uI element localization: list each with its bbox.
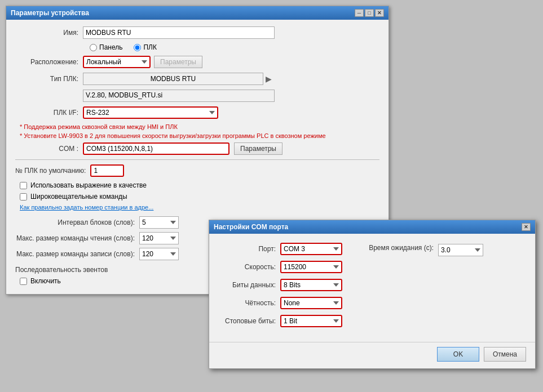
enable-checkbox[interactable] [20,278,27,285]
minimize-button[interactable]: ─ [355,9,364,17]
radio-group: Панель ПЛК [90,43,157,51]
note1: * Поддержка режима сквозной связи между … [20,123,379,130]
parity-label: Чётность: [218,299,280,307]
location-label: Расположение: [15,58,83,66]
com-controls: Параметры [83,142,282,155]
default-plc-input[interactable] [90,164,124,177]
checkbox-expr-label: Использовать выражение в качестве [30,181,147,189]
port-label: Порт: [218,245,280,253]
interval-select[interactable]: 5 10 20 [139,216,179,229]
plc-if-label: ПЛК I/F: [15,109,83,117]
name-row: Имя: [15,26,379,39]
plc-version-row: V.2.80, MODBUS_RTU.si [15,90,379,102]
parity-row: Чётность: None Even Odd [218,297,342,309]
stopbits-label: Стоповые биты: [218,317,280,325]
plc-type-input [83,73,263,85]
main-title-bar: Параметры устройства ─ □ ✕ [6,6,389,20]
radio-plc-input[interactable] [134,44,141,51]
databits-label: Биты данных: [218,281,280,289]
stopbits-row: Стоповые биты: 1 Bit 2 Bits [218,315,342,327]
plc-version-display: V.2.80, MODBUS_RTU.si [83,90,275,102]
checkbox-broad-row: Широковещательные команды [20,193,379,201]
plc-type-row: Тип ПЛК: ▶ [15,73,379,85]
checkbox-expr[interactable] [20,182,27,189]
checkbox-broad-label: Широковещательные команды [30,193,127,201]
com-params-button[interactable]: Параметры [234,142,282,155]
port-row: Порт: COM 1 COM 2 COM 3 COM 4 [218,243,342,255]
radio-plc[interactable]: ПЛК [134,43,157,51]
interval-label: Интервал блоков (слов): [15,219,139,226]
max-write-select[interactable]: 120 64 256 [139,248,179,260]
com-input[interactable] [83,142,229,155]
ok-button[interactable]: OK [437,347,479,362]
max-read-label: Макс. размер команды чтения (слов): [15,234,139,242]
databits-row: Биты данных: 7 Bits 8 Bits [218,279,342,291]
default-plc-label: № ПЛК по умолчанию: [15,167,90,175]
timeout-label: Время ожидания (с): [359,244,438,252]
max-read-select[interactable]: 120 64 256 [139,232,179,244]
default-plc-row: № ПЛК по умолчанию: [15,164,379,177]
checkbox-expr-row: Использовать выражение в качестве [20,181,379,189]
com-label: COM : [15,145,83,153]
plc-type-label: Тип ПЛК: [15,75,83,83]
com-dialog-title-bar: Настройки COM порта ✕ [209,220,535,234]
name-label: Имя: [15,29,83,37]
com-dialog-buttons: OK Отмена [209,342,535,368]
com-dialog-content: Порт: COM 1 COM 2 COM 3 COM 4 Скорость: … [209,234,535,342]
com-dialog-left: Порт: COM 1 COM 2 COM 3 COM 4 Скорость: … [218,243,342,333]
main-window-title: Параметры устройства [11,9,89,17]
checkbox-broad[interactable] [20,193,27,201]
maximize-button[interactable]: □ [365,9,374,17]
com-dialog-right: Время ожидания (с): 1.0 2.0 3.0 5.0 10.0 [359,243,483,333]
com-row: COM : Параметры [15,142,379,155]
plc-type-arrow[interactable]: ▶ [266,74,272,83]
radio-panel-input[interactable] [90,44,97,51]
speed-select[interactable]: 9600 19200 38400 57600 115200 [280,261,342,273]
cancel-button[interactable]: Отмена [484,347,526,362]
speed-row: Скорость: 9600 19200 38400 57600 115200 [218,261,342,273]
params-button[interactable]: Параметры [154,56,202,68]
radio-row: Панель ПЛК [87,43,379,51]
title-bar-buttons: ─ □ ✕ [355,9,384,17]
name-input[interactable] [83,26,275,39]
com-dialog: Настройки COM порта ✕ Порт: COM 1 COM 2 … [209,220,536,369]
station-link[interactable]: Как правильно задать номер станции в адр… [20,204,379,211]
databits-select[interactable]: 7 Bits 8 Bits [280,279,342,291]
stopbits-select[interactable]: 1 Bit 2 Bits [280,315,342,327]
plc-type-controls: ▶ [83,73,272,85]
radio-panel[interactable]: Панель [90,43,122,51]
note2: * Установите LW-9903 в 2 для повышения с… [20,132,379,139]
plc-if-row: ПЛК I/F: RS-232 RS-485 Ethernet [15,106,379,119]
com-dialog-title: Настройки COM порта [214,223,288,231]
max-write-label: Макс. размер команды записи (слов): [15,250,139,258]
timeout-select[interactable]: 1.0 2.0 3.0 5.0 10.0 [438,244,483,256]
close-button[interactable]: ✕ [375,9,384,17]
parity-select[interactable]: None Even Odd [280,297,342,309]
enable-label: Включить [30,277,61,285]
plc-if-select[interactable]: RS-232 RS-485 Ethernet [83,106,218,119]
com-dialog-close-button[interactable]: ✕ [522,223,531,231]
com-dialog-columns: Порт: COM 1 COM 2 COM 3 COM 4 Скорость: … [218,243,526,333]
location-row: Расположение: Локальный Параметры [15,56,379,68]
location-select[interactable]: Локальный [83,56,151,68]
location-controls: Локальный Параметры [83,56,202,68]
speed-label: Скорость: [218,263,280,271]
port-select[interactable]: COM 1 COM 2 COM 3 COM 4 [280,243,342,255]
com-dialog-title-buttons: ✕ [522,223,531,231]
